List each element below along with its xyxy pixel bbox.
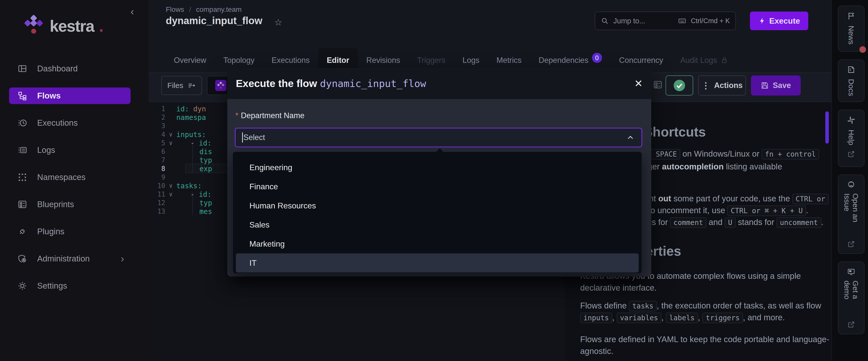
news-notification-dot bbox=[860, 46, 866, 53]
sidebar-item-label: Blueprints bbox=[37, 200, 74, 209]
check-circle-icon bbox=[672, 78, 686, 92]
save-button-label: Save bbox=[773, 81, 791, 90]
news-button[interactable]: News bbox=[838, 5, 865, 52]
page-title: dynamic_input_flow bbox=[166, 15, 262, 26]
save-button[interactable]: Save bbox=[751, 76, 801, 95]
sidebar-item-label: Executions bbox=[37, 118, 78, 128]
sidebar-collapse-icon[interactable]: ‹ bbox=[131, 6, 134, 17]
sidebar-item-label: Dashboard bbox=[37, 64, 78, 74]
docs-line: inputs, variables, labels, triggers, and… bbox=[580, 311, 785, 324]
external-link-icon bbox=[847, 240, 855, 248]
open-an-issue-button[interactable]: Open an Issue bbox=[838, 174, 865, 254]
sidebar-item-executions[interactable]: Executions bbox=[9, 115, 131, 131]
help-button[interactable]: Help bbox=[838, 110, 865, 167]
external-link-icon bbox=[847, 321, 855, 328]
kestra-logo[interactable]: kestra. bbox=[22, 15, 103, 38]
kestra-mini-logo-icon bbox=[215, 79, 227, 91]
search-icon bbox=[601, 17, 609, 25]
tab-audit-logs-label: Audit Logs bbox=[680, 56, 717, 65]
docs-label: Docs bbox=[847, 79, 856, 96]
chevron-up-icon[interactable] bbox=[626, 133, 635, 142]
option-engineering[interactable]: Engineering bbox=[233, 158, 642, 177]
select-placeholder: Select bbox=[243, 133, 265, 142]
sidebar-item-plugins[interactable]: Plugins bbox=[9, 223, 131, 240]
breadcrumb-namespace[interactable]: company.team bbox=[196, 5, 242, 13]
department-options-dropdown: Engineering Finance Human Resources Sale… bbox=[232, 151, 642, 274]
breadcrumb-separator: / bbox=[189, 5, 191, 13]
docs-button[interactable]: Docs bbox=[838, 59, 865, 102]
plugins-icon bbox=[18, 227, 27, 236]
sidebar-item-label: Flows bbox=[37, 91, 61, 101]
namespaces-icon bbox=[18, 172, 27, 182]
modal-header: Execute the flow dynamic_input_flow ✕ bbox=[227, 68, 651, 99]
sidebar-nav: Dashboard Flows Executions Logs Namespac… bbox=[9, 60, 131, 305]
execute-button[interactable]: Execute bbox=[750, 11, 808, 30]
lock-icon bbox=[720, 57, 728, 64]
logs-icon bbox=[18, 145, 27, 155]
docs-line: Flows define tasks, the execution order … bbox=[580, 300, 821, 312]
dependencies-count-badge: 0 bbox=[592, 53, 602, 63]
department-name-label: *Department Name bbox=[235, 111, 304, 120]
tab-overview[interactable]: Overview bbox=[165, 48, 215, 73]
docs-scrollbar-thumb[interactable] bbox=[825, 111, 829, 143]
flows-icon bbox=[18, 91, 27, 101]
file-tree-icon bbox=[187, 81, 196, 90]
tab-dependencies-label: Dependencies bbox=[539, 56, 588, 65]
sidebar-item-dashboard[interactable]: Dashboard bbox=[9, 60, 131, 77]
option-finance[interactable]: Finance bbox=[233, 177, 642, 196]
actions-button[interactable]: ⋮ Actions bbox=[698, 76, 746, 95]
execute-button-label: Execute bbox=[769, 16, 800, 26]
get-a-demo-label: Get a demo bbox=[843, 281, 860, 316]
top-header: Flows / company.team dynamic_input_flow … bbox=[149, 0, 831, 48]
github-icon bbox=[847, 180, 856, 188]
kebab-menu-icon: ⋮ bbox=[702, 80, 710, 90]
sidebar-item-flows[interactable]: Flows bbox=[9, 87, 131, 104]
administration-icon bbox=[18, 254, 27, 263]
save-floppy-icon bbox=[761, 81, 769, 89]
sidebar-item-label: Logs bbox=[37, 145, 55, 155]
chevron-right-icon: › bbox=[121, 253, 124, 265]
modal-title: Execute the flow dynamic_input_flow bbox=[236, 78, 426, 89]
option-human-resources[interactable]: Human Resources bbox=[233, 196, 642, 215]
option-marketing[interactable]: Marketing bbox=[233, 234, 642, 253]
sidebar-item-blueprints[interactable]: Blueprints bbox=[9, 196, 131, 213]
no-code-editor-icon[interactable] bbox=[653, 80, 662, 89]
sidebar-item-logs[interactable]: Logs bbox=[9, 142, 131, 158]
search-shortcut: Ctrl/Cmd + K bbox=[691, 17, 730, 25]
sidebar-item-namespaces[interactable]: Namespaces bbox=[9, 169, 131, 186]
kestra-logo-dot: . bbox=[99, 17, 104, 35]
fold-chevron-icon[interactable]: ∨ bbox=[165, 191, 176, 198]
option-sales[interactable]: Sales bbox=[233, 215, 642, 234]
favorite-star-icon[interactable]: ☆ bbox=[274, 17, 282, 28]
sidebar-item-administration[interactable]: Administration › bbox=[9, 250, 131, 267]
sidebar-item-label: Administration bbox=[37, 254, 90, 263]
docs-heading-shortcuts: Shortcuts bbox=[644, 124, 706, 140]
blueprints-icon bbox=[18, 200, 27, 209]
breadcrumb-root[interactable]: Flows bbox=[166, 5, 184, 13]
kestra-logo-text: kestra bbox=[50, 17, 94, 35]
fold-chevron-icon[interactable]: ∨ bbox=[165, 131, 176, 138]
get-a-demo-button[interactable]: Get a demo bbox=[838, 261, 865, 334]
settings-icon bbox=[18, 281, 27, 290]
fold-chevron-icon[interactable]: ∨ bbox=[165, 140, 176, 146]
docs-line: Flows are defined in YAML to keep the co… bbox=[580, 333, 829, 345]
lightning-bolt-icon bbox=[758, 17, 766, 25]
right-rail: News Docs Help Open an Issue Get a demo bbox=[831, 0, 868, 361]
sidebar-item-settings[interactable]: Settings bbox=[9, 278, 131, 294]
slack-icon bbox=[847, 116, 856, 125]
sidebar-item-label: Settings bbox=[37, 281, 67, 290]
fold-chevron-icon[interactable]: ∨ bbox=[165, 182, 176, 189]
option-it[interactable]: IT bbox=[236, 253, 639, 273]
external-link-icon bbox=[847, 150, 855, 158]
jump-to-search[interactable]: Jump to... Ctrl/Cmd + K bbox=[595, 11, 736, 30]
docs-line: declarative interface. bbox=[580, 282, 657, 294]
close-icon[interactable]: ✕ bbox=[634, 78, 643, 89]
required-asterisk: * bbox=[235, 111, 238, 120]
validation-ok-button[interactable] bbox=[665, 76, 693, 95]
tab-audit-logs: Audit Logs bbox=[672, 48, 737, 73]
dashboard-icon bbox=[18, 64, 27, 74]
department-select-input[interactable]: Select bbox=[235, 128, 642, 147]
breadcrumb[interactable]: Flows / company.team bbox=[166, 5, 242, 13]
sidebar-item-label: Plugins bbox=[37, 227, 64, 236]
files-button[interactable]: Files bbox=[161, 76, 202, 95]
